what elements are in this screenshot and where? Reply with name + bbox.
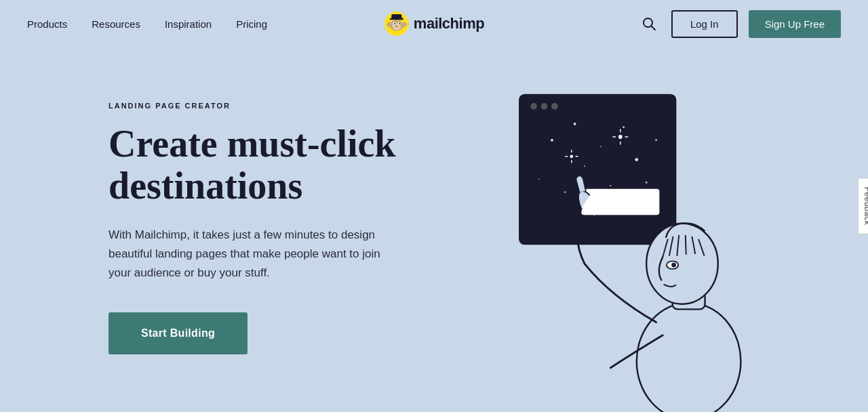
svg-point-9: [402, 22, 406, 27]
svg-point-8: [387, 22, 391, 27]
nav-left: Products Resources Inspiration Pricing: [27, 18, 267, 30]
logo-text: mailchimp: [414, 15, 484, 33]
signup-button[interactable]: Sign Up Free: [749, 10, 841, 38]
svg-line-13: [651, 26, 655, 30]
hero-content: LANDING PAGE CREATOR Create must-click d…: [108, 88, 434, 354]
feedback-tab[interactable]: Feedback: [859, 178, 869, 234]
svg-point-19: [623, 126, 625, 128]
nav-item-pricing[interactable]: Pricing: [236, 18, 267, 30]
hero-illustration: [475, 88, 760, 412]
logo-icon: [384, 11, 410, 37]
svg-rect-11: [391, 14, 401, 20]
svg-line-47: [686, 235, 686, 255]
svg-point-26: [600, 146, 601, 147]
search-button[interactable]: [637, 12, 660, 35]
hero-label: LANDING PAGE CREATOR: [108, 102, 434, 110]
start-building-button[interactable]: Start Building: [108, 312, 248, 354]
logo[interactable]: mailchimp: [384, 11, 484, 37]
svg-point-27: [574, 123, 576, 125]
svg-point-15: [530, 103, 537, 110]
svg-point-24: [655, 139, 657, 141]
nav-right: Log In Sign Up Free: [637, 10, 841, 38]
svg-point-30: [618, 135, 623, 139]
svg-point-43: [646, 224, 718, 304]
svg-point-18: [551, 139, 553, 142]
svg-point-22: [564, 191, 566, 193]
svg-rect-14: [519, 95, 675, 245]
svg-point-6: [399, 23, 400, 24]
login-button[interactable]: Log In: [671, 10, 738, 38]
svg-point-7: [395, 26, 398, 28]
svg-point-25: [538, 178, 540, 180]
svg-point-5: [394, 23, 395, 24]
feedback-label: Feedback: [863, 187, 869, 226]
svg-point-21: [635, 158, 638, 161]
illustration-svg: [475, 88, 760, 412]
hero-section: LANDING PAGE CREATOR Create must-click d…: [0, 47, 868, 412]
navbar: Products Resources Inspiration Pricing m…: [0, 0, 868, 47]
svg-point-28: [646, 182, 648, 184]
svg-point-20: [584, 165, 585, 167]
svg-point-17: [551, 103, 558, 110]
hero-description: With Mailchimp, it takes just a few minu…: [108, 226, 400, 283]
svg-point-23: [610, 185, 611, 186]
nav-item-products[interactable]: Products: [27, 18, 67, 30]
svg-rect-40: [581, 189, 659, 215]
nav-item-resources[interactable]: Resources: [92, 18, 140, 30]
svg-point-51: [671, 263, 676, 268]
search-icon: [642, 16, 656, 31]
hero-title: Create must-click destinations: [108, 123, 434, 207]
nav-item-inspiration[interactable]: Inspiration: [165, 18, 212, 30]
svg-point-16: [541, 103, 548, 110]
svg-point-35: [570, 154, 573, 158]
